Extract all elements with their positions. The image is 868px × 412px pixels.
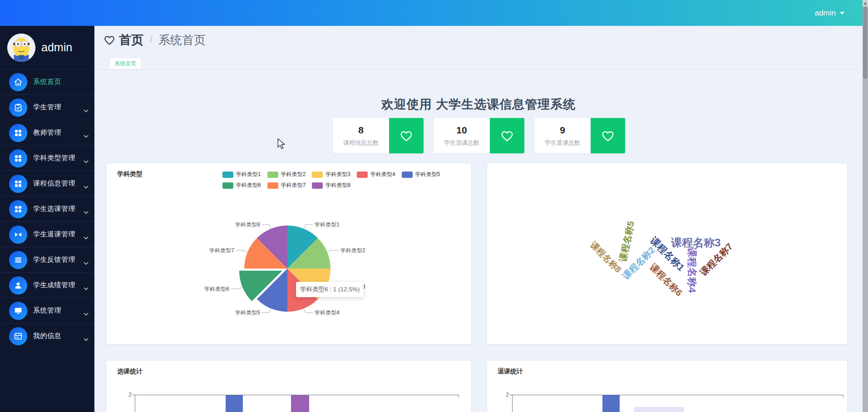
y-axis-tick: 2 [123, 392, 132, 398]
pie-label-line [262, 309, 271, 313]
stat-label: 学生退课总数 [545, 139, 580, 147]
mouse-cursor [277, 138, 286, 151]
tab-system-home[interactable]: 系统首页 [109, 58, 141, 69]
sidebar-item-course-info-mgmt[interactable]: 课程信息管理 [0, 171, 94, 196]
course-wordcloud-card: 课程名称1课程名称2课程名称3课程名称4课程名称5课程名称6课程名称7课程名称8 [487, 163, 847, 344]
pie-label-line [327, 250, 339, 252]
sidebar-item-system-mgmt[interactable]: 系统管理 [0, 298, 94, 323]
stat-label: 学生选课总数 [444, 139, 479, 147]
sidebar-item-student-mgmt[interactable]: 学生管理 [0, 94, 94, 120]
bar[interactable] [291, 395, 309, 412]
bar[interactable] [602, 395, 620, 412]
course-drop-stats-card: 退课统计 2 [487, 361, 847, 412]
stat-card: 9学生退课总数 [534, 118, 625, 153]
chevron-down-icon [84, 106, 89, 114]
sidebar-item-label: 课程信息管理 [33, 179, 75, 188]
sidebar-item-label: 学生反馈管理 [33, 255, 75, 264]
grid-icon [9, 200, 27, 218]
pie-slice-label: 学科类型4 [315, 309, 340, 316]
breadcrumb-current: 系统首页 [158, 32, 206, 48]
user-dropdown[interactable]: admin [815, 0, 844, 26]
stat-text: 8课程信息总数 [333, 118, 389, 153]
avatar [7, 34, 35, 62]
list-icon [9, 251, 27, 269]
chevron-down-icon [84, 233, 89, 241]
topbar: admin [0, 0, 863, 26]
y-axis-line [135, 395, 135, 412]
sidebar-item-label: 学生成绩管理 [33, 281, 75, 289]
chevron-down-icon [84, 157, 89, 165]
sidebar-item-feedback-mgmt[interactable]: 学生反馈管理 [0, 247, 94, 272]
pie-label-line [304, 225, 313, 229]
pie-label-line [236, 250, 247, 252]
username-label: admin [815, 9, 836, 18]
scrollbar-thumb[interactable] [863, 6, 868, 79]
chevron-down-icon [840, 12, 844, 15]
stat-value: 9 [560, 125, 565, 136]
pie-label-line [231, 287, 242, 289]
chevron-down-icon [84, 132, 89, 140]
pie-slice-label: 学科类型6 [204, 286, 229, 292]
chevron-down-icon [84, 284, 89, 292]
grid-icon [9, 175, 27, 193]
chevron-down-icon [84, 208, 89, 216]
monitor-icon [9, 302, 27, 320]
pie-label-line [262, 225, 271, 229]
profile-block: admin [0, 26, 94, 69]
stat-card: 8课程信息总数 [333, 118, 424, 153]
breadcrumb-home[interactable]: 首页 [119, 32, 143, 48]
scroll-up-button[interactable] [863, 0, 868, 6]
sidebar-item-label: 系统首页 [33, 78, 61, 86]
chevron-down-icon [84, 309, 89, 318]
pie-label-line [304, 309, 313, 313]
card-icon [9, 327, 27, 345]
stat-value: 10 [456, 125, 467, 136]
sidebar-item-subject-type-mgmt[interactable]: 学科类型管理 [0, 145, 94, 171]
stat-label: 课程信息总数 [343, 139, 379, 147]
sidebar-item-system-home[interactable]: 系统首页 [0, 69, 94, 94]
welcome-title: 欢迎使用 大学生选课信息管理系统 [94, 96, 863, 113]
y-axis-line [512, 395, 513, 412]
pie-slice-label: 学科类型8 [235, 221, 260, 228]
hover-band [634, 407, 684, 412]
pie-slice-label: 学科类型7 [209, 247, 234, 254]
stat-text: 10学生选课总数 [434, 118, 490, 153]
card-title: 选课统计 [117, 368, 143, 376]
sidebar-item-label: 系统管理 [33, 306, 61, 315]
chevron-down-icon [84, 259, 89, 267]
stat-card: 10学生选课总数 [434, 118, 524, 153]
clipboard-icon [9, 98, 27, 117]
breadcrumb-separator: / [150, 35, 152, 45]
pie-slice-label: 学科类型2 [340, 247, 365, 254]
stat-value: 8 [358, 125, 364, 136]
heart-icon [490, 118, 524, 153]
wordcloud-word: 课程名称4 [685, 247, 699, 293]
chart-tooltip: 学科类型6 : 1 (12.5%) [296, 282, 364, 297]
heart-icon [389, 118, 424, 153]
breadcrumb: 首页 / 系统首页 [104, 32, 206, 48]
card-title: 退课统计 [498, 368, 523, 376]
sidebar-item-label: 学生管理 [33, 103, 61, 112]
sidebar-item-label: 教师管理 [33, 128, 61, 137]
pie-chart[interactable]: 学科类型1学科类型2学科类型3学科类型4学科类型5学科类型6学科类型7学科类型8 [107, 163, 471, 344]
gridline [512, 395, 843, 395]
header-divider [94, 69, 863, 70]
sidebar-item-label: 学科类型管理 [33, 154, 75, 162]
sidebar: admin 系统首页学生管理教师管理学科类型管理课程信息管理学生选课管理学生退课… [0, 26, 94, 412]
grid-icon [9, 124, 27, 142]
subject-type-card: 学科类型 学科类型1学科类型2学科类型3学科类型4学科类型5学科类型6学科类型7… [107, 163, 471, 344]
sidebar-item-label: 学生退课管理 [33, 230, 75, 239]
sidebar-item-my-info[interactable]: 我的信息 [0, 323, 94, 348]
sidebar-item-grade-mgmt[interactable]: 学生成绩管理 [0, 272, 94, 298]
sidebar-item-course-select-mgmt[interactable]: 学生选课管理 [0, 196, 94, 221]
sidebar-menu: 系统首页学生管理教师管理学科类型管理课程信息管理学生选课管理学生退课管理学生反馈… [0, 69, 94, 348]
user-icon [9, 276, 27, 294]
heart-icon [591, 118, 625, 153]
stats-row: 8课程信息总数10学生选课总数9学生退课总数 [333, 118, 625, 153]
wordcloud-word: 课程名称5 [616, 220, 637, 263]
sidebar-item-teacher-mgmt[interactable]: 教师管理 [0, 120, 94, 145]
vertical-scrollbar[interactable] [863, 0, 868, 412]
sidebar-item-label: 我的信息 [33, 332, 61, 340]
sidebar-item-course-drop-mgmt[interactable]: 学生退课管理 [0, 221, 94, 247]
bar[interactable] [226, 395, 243, 412]
